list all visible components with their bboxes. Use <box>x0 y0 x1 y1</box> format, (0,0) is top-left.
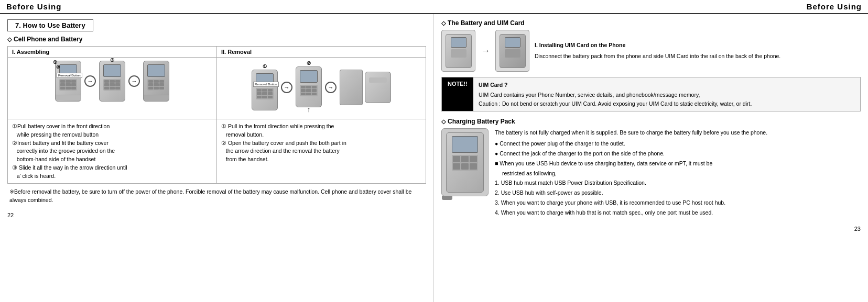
instructions-right: ① Pull in the fromt direction while pres… <box>217 119 426 183</box>
charging-list: ● Connect the power plug of the charger … <box>495 139 861 217</box>
removal-btn-label: Removal Button <box>57 73 82 78</box>
battery-separated <box>340 70 363 105</box>
left-panel: 7. How to Use Battery Cell Phone and Bat… <box>0 14 434 302</box>
note-text: UIM Card contains your Phone Number, ser… <box>479 91 752 108</box>
note-title: UIM Card ? <box>479 81 752 90</box>
charging-section: The battery is not fully charged when it… <box>441 128 861 218</box>
instr-left-1: ①Pull battery cover in the front directi… <box>12 122 212 131</box>
uim-phone-2 <box>495 30 529 72</box>
right-title: Before Using <box>807 2 862 11</box>
phone-diagram-2 <box>99 61 125 102</box>
charging-heading-text: Charging Battery Pack <box>448 118 515 125</box>
phone-diagram-3 <box>143 61 169 102</box>
sub-heading: Cell Phone and Battery <box>7 36 426 43</box>
charging-item-7: 4. When you want to charge with hub that… <box>495 208 861 217</box>
instructions-left: ①Pull battery cover in the front directi… <box>8 119 217 183</box>
arrow-1: → <box>84 75 96 87</box>
left-note: ※Before removal the battery, be sure to … <box>7 188 426 205</box>
charging-item-6: 3. When you want to charge your phone wi… <box>495 198 861 207</box>
removal-arrow-2: → <box>325 82 337 93</box>
note-box: NOTE!! UIM Card ? UIM Card contains your… <box>441 77 861 111</box>
sub-heading-text: Cell Phone and Battery <box>14 36 82 43</box>
charging-heading: Charging Battery Pack <box>441 118 861 125</box>
assembling-diagram: ① ② Removal Button <box>8 58 217 119</box>
assembly-header-right-label: II. Removal <box>217 47 426 57</box>
note-content: UIM Card ? UIM Card contains your Phone … <box>473 77 757 111</box>
instr-left-4: correctly into the groove provided on th… <box>12 147 212 155</box>
charging-phone-image <box>441 128 489 196</box>
assembly-diagrams: ① ② Removal Button <box>8 58 426 119</box>
phone-no-battery <box>365 72 391 103</box>
assembling-phones: ① ② Removal Button <box>55 61 169 102</box>
instr-right-1: ① Pull in the fromt direction while pres… <box>221 122 421 131</box>
charging-item-1: ● Connect the power plug of the charger … <box>495 139 861 148</box>
charging-intro: The battery is not fully charged when it… <box>495 128 861 137</box>
uim-section: → I. Installing UIM Card on the Phone Di… <box>441 30 861 72</box>
charging-item-5: 2. Use USB hub with self-power as possib… <box>495 188 861 197</box>
note-label: NOTE!! <box>442 77 473 111</box>
instr-left-3: ②Insert battery and fit the battery cove… <box>12 139 212 148</box>
removal-diagram: ① Removal Button <box>217 58 426 119</box>
right-page-num: 23 <box>854 226 861 232</box>
charging-text: The battery is not fully charged when it… <box>495 128 861 218</box>
removal-phone-2 <box>296 66 322 107</box>
instr-right-2: removal button. <box>221 131 421 139</box>
uim-install-text: Disconnect the battery pack from the pho… <box>535 52 861 61</box>
assembly-header-left-label: I. Assembling <box>8 47 217 57</box>
instr-right-5: from the handset. <box>221 155 421 164</box>
instructions-row: ①Pull battery cover in the front directi… <box>8 119 426 183</box>
uim-card-row: → I. Installing UIM Card on the Phone Di… <box>441 30 861 72</box>
instr-right-4: the arrow direction and the removal the … <box>221 147 421 155</box>
main-content: 7. How to Use Battery Cell Phone and Bat… <box>0 14 868 302</box>
assembly-removal-box: I. Assembling II. Removal ① ② <box>7 46 426 184</box>
uim-phone-1 <box>441 30 475 72</box>
assembly-header: I. Assembling II. Removal <box>8 47 426 58</box>
instr-left-5: bottom-hand side of the handset <box>12 155 212 164</box>
left-title: Before Using <box>6 2 61 11</box>
uim-arrow: → <box>481 46 490 57</box>
instr-left-7: a' click is heard. <box>12 172 212 181</box>
removal-phones: ① Removal Button <box>252 61 391 114</box>
right-panel: The Battery and UIM Card → <box>434 14 868 302</box>
charging-item-2: ● Connect the jack of the charger to the… <box>495 149 861 158</box>
left-page-num: 22 <box>7 212 14 218</box>
uim-heading-text: The Battery and UIM Card <box>448 19 525 27</box>
charging-item-4: 1. USB hub must match USB Power Distribu… <box>495 178 861 187</box>
charging-item-3: ■ When you use USB Hub device to use cha… <box>495 159 861 168</box>
section-heading: 7. How to Use Battery <box>7 19 93 31</box>
uim-install-title: I. Installing UIM Card on the Phone <box>535 41 861 50</box>
top-bar: Before Using Before Using <box>0 0 868 14</box>
instr-left-6: ③ Slide it all the way in the arrow dire… <box>12 164 212 172</box>
uim-install-text-block: I. Installing UIM Card on the Phone Disc… <box>535 41 861 61</box>
instr-right-3: ② Open the battery cover and push the bo… <box>221 139 421 148</box>
removal-phone-1: Removal Button <box>252 70 278 110</box>
uim-heading: The Battery and UIM Card <box>441 19 861 27</box>
removal-arrow-1: → <box>281 82 292 93</box>
instr-left-2: while pressing the removal button <box>12 131 212 139</box>
arrow-2: → <box>128 75 140 87</box>
charging-item-3b: restricted as following, <box>495 169 861 178</box>
